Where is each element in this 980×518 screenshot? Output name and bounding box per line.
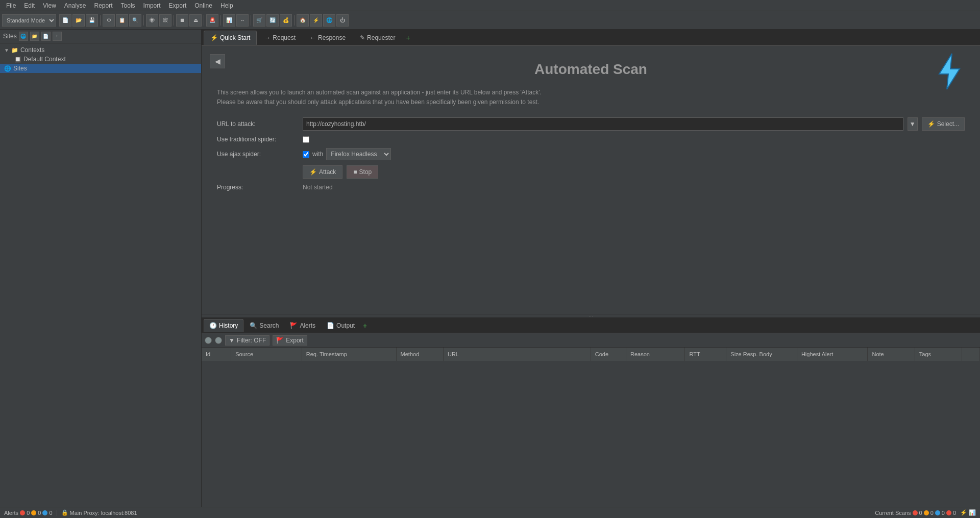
menu-import[interactable]: Import <box>139 1 165 10</box>
tab-response[interactable]: ← Response <box>303 31 352 45</box>
filter-circle-1[interactable] <box>205 337 212 344</box>
tab-requester-label: Requester <box>367 34 395 41</box>
ajax-spider-checkbox[interactable] <box>303 151 309 158</box>
col-header-code[interactable]: Code <box>591 348 626 361</box>
tab-request[interactable]: → Request <box>258 31 302 45</box>
sites-icon-2[interactable]: 📁 <box>30 32 39 41</box>
toolbar-spider[interactable]: 🕷 <box>146 14 158 27</box>
col-header-alert[interactable]: Highest Alert <box>797 348 868 361</box>
current-scans-blue: 0 <box>942 510 945 516</box>
svg-marker-0 <box>939 54 960 89</box>
toolbar-zap[interactable]: ⚡ <box>310 14 322 27</box>
ajax-spider-row: Use ajax spider: with Firefox Headless C… <box>217 148 965 160</box>
col-header-size[interactable]: Size Resp. Body <box>726 348 797 361</box>
status-dot-red <box>20 510 25 515</box>
status-zap-icon: ⚡ <box>960 509 967 516</box>
toolbar-new[interactable]: 📄 <box>59 14 71 27</box>
tab-alerts[interactable]: 🚩 Alerts <box>285 319 321 332</box>
tree-contexts[interactable]: ▼ 📁 Contexts <box>0 45 201 55</box>
menu-tools[interactable]: Tools <box>117 1 139 10</box>
current-scans-dot-blue <box>935 510 940 515</box>
tree-default-context[interactable]: 🔲 Default Context <box>0 55 201 64</box>
menu-view[interactable]: View <box>39 1 60 10</box>
action-row: ⚡ Attack ■ Stop <box>303 165 965 179</box>
toolbar-compare[interactable]: ↔ <box>236 14 249 27</box>
vertical-divider[interactable]: ··· <box>202 314 980 318</box>
toolbar-browser[interactable]: 🌐 <box>323 14 335 27</box>
menu-file[interactable]: File <box>2 1 20 10</box>
menu-online[interactable]: Online <box>190 1 216 10</box>
tree-sites[interactable]: 🌐 Sites <box>0 64 201 73</box>
url-dropdown-btn[interactable]: ▼ <box>908 117 918 131</box>
stop-label: Stop <box>359 168 372 176</box>
tab-add-btn[interactable]: + <box>403 33 413 43</box>
col-header-reason[interactable]: Reason <box>626 348 684 361</box>
toolbar-alerts[interactable]: 🚨 <box>206 14 218 27</box>
filter-circle-2[interactable] <box>215 337 222 344</box>
stop-button[interactable]: ■ Stop <box>347 165 378 179</box>
sites-add-btn[interactable]: + <box>53 32 62 41</box>
toolbar-home[interactable]: 🏠 <box>297 14 309 27</box>
col-header-source[interactable]: Source <box>231 348 302 361</box>
status-alerts-blue: 0 <box>49 510 52 516</box>
tab-history[interactable]: 🕐 History <box>204 319 243 332</box>
ajax-spider-controls: with Firefox Headless Chrome Headless Fi… <box>303 148 391 160</box>
traditional-spider-checkbox[interactable] <box>303 136 309 143</box>
toolbar-power[interactable]: ⏻ <box>336 14 349 27</box>
menu-edit[interactable]: Edit <box>20 1 39 10</box>
scan-panel: ◀ Automated Scan This screen allows you … <box>202 46 980 314</box>
menu-help[interactable]: Help <box>216 1 237 10</box>
toolbar-stop-all[interactable]: ⏏ <box>189 14 202 27</box>
export-button[interactable]: 🚩 Export <box>273 335 307 346</box>
toolbar-active-scan[interactable]: 🔍 <box>129 14 141 27</box>
toolbar-ajax-spider[interactable]: 🕸 <box>159 14 172 27</box>
url-row: URL to attack: ▼ ⚡ Select... <box>217 117 965 131</box>
tree-contexts-arrow: ▼ <box>4 47 9 53</box>
sites-icon-1[interactable]: 🌐 <box>19 32 28 41</box>
back-button[interactable]: ◀ <box>210 54 225 68</box>
col-header-rtt[interactable]: RTT <box>685 348 726 361</box>
menu-export[interactable]: Export <box>165 1 191 10</box>
toolbar-open[interactable]: 📂 <box>72 14 85 27</box>
toolbar-update[interactable]: 🔄 <box>266 14 279 27</box>
export-label: Export <box>286 337 304 344</box>
toolbar-sep-6 <box>251 15 251 26</box>
col-header-url[interactable]: URL <box>443 348 591 361</box>
select-label: Select... <box>937 120 959 128</box>
bottom-tab-add-btn[interactable]: + <box>361 322 369 330</box>
menu-analyse[interactable]: Analyse <box>60 1 90 10</box>
tab-history-label: History <box>219 322 238 329</box>
toolbar-report[interactable]: 📊 <box>223 14 235 27</box>
requester-icon: ✎ <box>360 34 365 41</box>
current-scans-gray: 0 <box>953 510 956 516</box>
tab-output[interactable]: 📄 Output <box>322 319 360 332</box>
toolbar-options[interactable]: ⚙ <box>103 14 115 27</box>
toolbar-marketplace[interactable]: 🛒 <box>253 14 265 27</box>
toolbar-scan-policy[interactable]: 📋 <box>116 14 128 27</box>
toolbar-donate[interactable]: 💰 <box>280 14 292 27</box>
filter-button[interactable]: ▼ Filter: OFF <box>225 335 270 346</box>
col-header-tags[interactable]: Tags <box>915 348 962 361</box>
select-button[interactable]: ⚡ Select... <box>922 117 965 131</box>
stop-icon: ■ <box>353 168 357 176</box>
attack-button[interactable]: ⚡ Attack <box>303 165 342 179</box>
col-header-note[interactable]: Note <box>868 348 915 361</box>
tab-quick-start[interactable]: ⚡ Quick Start <box>204 31 257 45</box>
url-input[interactable] <box>303 117 903 131</box>
sites-icon-3[interactable]: 📄 <box>41 32 51 41</box>
toolbar-save[interactable]: 💾 <box>86 14 98 27</box>
col-header-extra[interactable] <box>962 348 980 361</box>
col-header-method[interactable]: Method <box>396 348 443 361</box>
bottom-panel: 🕐 History 🔍 Search 🚩 Alerts 📄 Output + <box>202 318 980 507</box>
col-header-id[interactable]: Id <box>202 348 231 361</box>
main-area: Sites 🌐 📁 📄 + ▼ 📁 Contexts 🔲 Default Con… <box>0 30 980 507</box>
right-panel: ⚡ Quick Start → Request ← Response ✎ Req… <box>202 30 980 507</box>
col-header-timestamp[interactable]: Req. Timestamp <box>302 348 396 361</box>
mode-select[interactable]: Standard Mode <box>2 14 56 27</box>
tab-search[interactable]: 🔍 Search <box>244 319 284 332</box>
browser-select[interactable]: Firefox Headless Chrome Headless Firefox… <box>326 148 391 160</box>
toolbar-stop[interactable]: ⏹ <box>176 14 188 27</box>
status-icons: ⚡ 📊 <box>960 509 976 516</box>
menu-report[interactable]: Report <box>90 1 117 10</box>
tab-requester[interactable]: ✎ Requester <box>353 31 402 45</box>
